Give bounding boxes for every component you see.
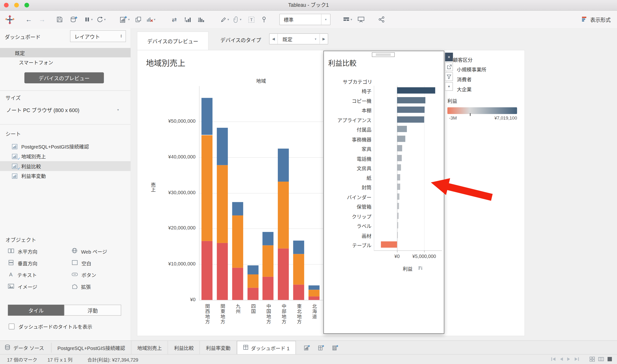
object-item[interactable]: 拡張 <box>71 281 124 293</box>
legend-item[interactable]: 大企業 <box>457 85 472 93</box>
bar-segment[interactable] <box>293 285 304 300</box>
redo-button[interactable]: → <box>37 14 47 25</box>
float-button[interactable]: 浮動 <box>64 305 121 316</box>
device-type-prev-button[interactable]: ◀ <box>270 37 277 41</box>
bar-segment[interactable] <box>308 285 320 290</box>
bar-segment[interactable] <box>262 277 274 300</box>
sheet-list-item[interactable]: ✓地域別売上 <box>0 151 131 161</box>
bar[interactable] <box>397 164 401 170</box>
bar-segment[interactable] <box>201 98 213 135</box>
filmstrip-view-button[interactable] <box>598 356 604 363</box>
bar-segment[interactable] <box>232 268 243 300</box>
object-item[interactable]: 空白 <box>71 257 124 269</box>
previous-sheet-button[interactable] <box>559 357 563 362</box>
zoom-window-button[interactable] <box>24 3 29 8</box>
sort-descending-icon[interactable] <box>418 266 423 271</box>
sheet-list-item[interactable]: PostgreSQL+PostGIS接続確認 <box>0 142 131 151</box>
tile-button[interactable]: タイル <box>8 305 64 316</box>
new-dashboard-button[interactable] <box>315 342 327 353</box>
bar[interactable] <box>397 106 425 113</box>
show-dashboard-title-checkbox[interactable] <box>9 324 14 329</box>
category-label[interactable]: 九州 <box>234 304 241 335</box>
row-label[interactable]: テーブル <box>324 241 371 249</box>
category-label[interactable]: 四国 <box>250 304 257 335</box>
data-source-tab[interactable]: データ ソース <box>0 341 51 355</box>
row-header[interactable]: サブカテゴリ <box>325 78 372 85</box>
row-label[interactable]: 文房具 <box>324 164 371 172</box>
bar[interactable] <box>397 145 402 151</box>
share-button[interactable] <box>376 14 386 25</box>
device-preview-tab[interactable]: デバイスのプレビュー <box>137 31 208 50</box>
bar[interactable] <box>397 213 398 219</box>
row-label[interactable]: 本棚 <box>324 106 371 114</box>
category-label[interactable]: 関西地方 <box>204 304 211 335</box>
attach-button[interactable]: ▾ <box>232 14 242 25</box>
device-type-next-button[interactable]: ▶ <box>320 37 328 41</box>
row-label[interactable]: 電話機 <box>324 155 371 162</box>
bar-segment[interactable] <box>293 254 304 285</box>
next-sheet-button[interactable] <box>567 357 571 362</box>
row-label[interactable]: 封筒 <box>324 183 371 191</box>
row-label[interactable]: クリップ <box>324 213 371 220</box>
save-button[interactable] <box>55 14 65 25</box>
bar-segment[interactable] <box>278 149 289 182</box>
presentation-mode-button[interactable] <box>356 14 366 25</box>
floating-sheet-window[interactable]: 利益比較 サブカテゴリ 利益 ¥0¥5,000,000椅子コピー機本棚アプライア… <box>324 51 444 334</box>
tabs-view-button[interactable] <box>607 356 612 363</box>
new-story-button[interactable] <box>329 342 341 353</box>
show-me-button[interactable]: 表示形式 <box>581 16 610 23</box>
bar-segment[interactable] <box>232 202 243 215</box>
run-auto-updates-button[interactable]: ▾ <box>96 14 106 25</box>
sheet-tab[interactable]: 利益率変動 <box>200 341 237 355</box>
bar-segment[interactable] <box>293 241 304 254</box>
sheet-list-item[interactable]: ✓利益比較 <box>0 161 131 171</box>
profit-color-gradient[interactable] <box>448 107 517 114</box>
sort-ascending-button[interactable] <box>182 14 193 25</box>
bar-segment[interactable] <box>232 215 243 268</box>
sheet-tab[interactable]: 利益比較 <box>168 341 200 355</box>
more-options-button[interactable]: ▾ <box>445 82 453 91</box>
duplicate-button[interactable] <box>133 14 143 25</box>
sheet-tab[interactable]: 地域別売上 <box>131 341 168 355</box>
close-window-button[interactable] <box>4 3 9 8</box>
bar-segment[interactable] <box>308 296 320 300</box>
profit-legend-title[interactable]: 利益 <box>448 97 457 104</box>
bar-segment[interactable] <box>217 128 228 165</box>
tab-dashboard[interactable]: ダッシュボード <box>5 33 41 40</box>
bar-segment[interactable] <box>262 245 274 277</box>
column-header[interactable]: 地域 <box>199 77 323 85</box>
category-label[interactable]: 北海道 <box>311 304 318 335</box>
fix-axes-button[interactable] <box>259 14 269 25</box>
object-item[interactable]: Aテキスト <box>8 269 72 281</box>
sheet-sorter-view-button[interactable] <box>590 356 595 363</box>
show-cards-button[interactable]: ▾ <box>342 14 353 25</box>
row-label[interactable]: アプライアンス <box>324 116 371 124</box>
row-label[interactable]: 紙 <box>324 174 371 182</box>
first-sheet-button[interactable] <box>551 357 556 362</box>
segment-legend-title[interactable]: 顧客区分 <box>453 56 472 63</box>
undo-button[interactable]: ← <box>24 14 34 25</box>
row-label[interactable]: ラベル <box>324 222 371 230</box>
minimize-window-button[interactable] <box>14 3 19 8</box>
row-label[interactable]: 画材 <box>324 232 371 239</box>
legend-item[interactable]: 小規模事業所 <box>457 66 486 73</box>
sheet-list-item[interactable]: 利益率変動 <box>0 171 131 181</box>
bar-segment[interactable] <box>278 248 289 300</box>
bar[interactable] <box>397 222 398 229</box>
category-label[interactable]: 中国地方 <box>265 304 272 335</box>
clear-sheet-button[interactable]: ▾ <box>146 14 156 25</box>
object-item[interactable]: 水平方向 <box>8 245 72 257</box>
bar-segment[interactable] <box>247 288 259 300</box>
device-list-item[interactable]: スマートフォン <box>0 57 131 67</box>
bar[interactable] <box>397 97 425 103</box>
device-list-item[interactable]: 既定 <box>0 48 131 57</box>
bar-segment[interactable] <box>308 290 320 296</box>
new-data-source-button[interactable] <box>69 14 79 25</box>
category-label[interactable]: 関東地方 <box>219 304 226 335</box>
bar[interactable] <box>397 135 405 142</box>
highlight-button[interactable]: ▾ <box>219 14 230 25</box>
bar[interactable] <box>397 87 435 93</box>
close-zone-button[interactable]: × <box>445 53 453 61</box>
object-item[interactable]: ボタン <box>71 269 124 281</box>
sheet-tab[interactable]: PostgreSQL+PostGIS接続確認 <box>52 341 131 355</box>
